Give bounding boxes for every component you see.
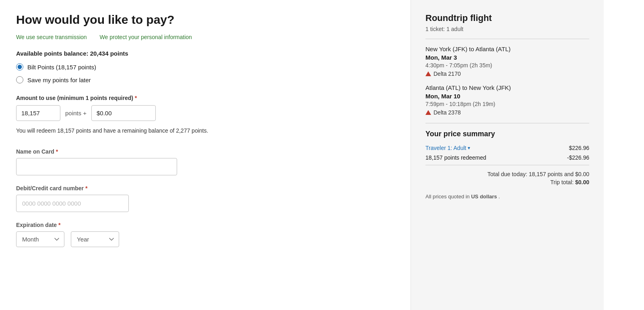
card-number-section: Debit/Credit card number *: [16, 185, 394, 212]
delta-icon-outbound: [425, 71, 431, 76]
payment-form-panel: How would you like to pay? We use secure…: [0, 0, 411, 310]
redemption-note: You will redeem 18,157 points and have a…: [16, 127, 394, 134]
dollar-input[interactable]: [91, 105, 156, 121]
ticket-info: 1 ticket: 1 adult: [425, 26, 589, 32]
month-select[interactable]: Month 010203 040506 070809 101112: [16, 231, 64, 247]
save-points-label: Save my points for later: [27, 77, 91, 83]
year-select[interactable]: Year 202520262027 202820292030: [71, 231, 119, 247]
security-links: We use secure transmission We protect yo…: [16, 34, 394, 40]
points-redeemed-label: 18,157 points redeemed: [425, 154, 486, 161]
traveler-label: Traveler 1: Adult: [425, 145, 466, 151]
amount-row: points +: [16, 105, 394, 121]
outbound-time: 4:30pm - 7:05pm (2h 35m): [425, 62, 589, 69]
secure-transmission-link[interactable]: We use secure transmission: [16, 34, 87, 40]
traveler-link[interactable]: Traveler 1: Adult ▾: [425, 145, 470, 151]
summary-title: Roundtrip flight: [425, 13, 589, 23]
card-number-label: Debit/Credit card number *: [16, 185, 394, 191]
delta-icon-return: [425, 110, 431, 115]
exp-required-star: *: [58, 222, 60, 228]
currency-note: All prices quoted in US dollars .: [425, 193, 589, 200]
booking-summary-panel: Roundtrip flight 1 ticket: 1 adult New Y…: [411, 0, 604, 310]
amount-label: Amount to use (minimum 1 points required…: [16, 95, 394, 101]
outbound-flight: New York (JFK) to Atlanta (ATL) Mon, Mar…: [425, 46, 589, 77]
card-required-star: *: [85, 185, 87, 191]
return-airline-label: Delta 2378: [433, 109, 461, 116]
expiration-row: Month 010203 040506 070809 101112 Year 2…: [16, 231, 394, 247]
points-suffix: points +: [65, 110, 87, 117]
outbound-airline: Delta 2170: [425, 71, 589, 77]
outbound-airline-label: Delta 2170: [433, 71, 461, 77]
currency-label: US dollars: [471, 193, 497, 200]
trip-total-line: Trip total: $0.00: [425, 179, 589, 185]
points-input[interactable]: [16, 105, 60, 121]
save-points-radio[interactable]: [16, 76, 23, 83]
return-airline: Delta 2378: [425, 109, 589, 116]
points-balance-label: Available points balance: 20,434 points: [16, 50, 394, 57]
name-required-star: *: [56, 148, 58, 155]
page-title: How would you like to pay?: [16, 13, 394, 27]
required-star: *: [135, 95, 137, 101]
total-section: Total due today: 18,157 points and $0.00…: [425, 165, 589, 185]
return-flight: Atlanta (ATL) to New York (JFK) Mon, Mar…: [425, 84, 589, 116]
privacy-link[interactable]: We protect your personal information: [100, 34, 192, 40]
traveler-price: $226.96: [569, 145, 589, 151]
expiration-section: Expiration date * Month 010203 040506 07…: [16, 222, 394, 247]
trip-total-value: $0.00: [575, 179, 589, 185]
divider-1: [425, 39, 589, 39]
save-points-option[interactable]: Save my points for later: [16, 76, 394, 83]
name-on-card-input[interactable]: [16, 158, 177, 175]
outbound-route: New York (JFK) to Atlanta (ATL): [425, 46, 589, 52]
return-route: Atlanta (ATL) to New York (JFK): [425, 84, 589, 91]
divider-2: [425, 123, 589, 123]
outbound-date: Mon, Mar 3: [425, 54, 589, 61]
payment-options: Bilt Points (18,157 points) Save my poin…: [16, 63, 394, 83]
trip-total-label: Trip total:: [550, 179, 574, 185]
amount-section: Amount to use (minimum 1 points required…: [16, 95, 394, 134]
card-number-input[interactable]: [16, 195, 129, 212]
bilt-points-label: Bilt Points (18,157 points): [27, 64, 96, 71]
return-date: Mon, Mar 10: [425, 93, 589, 100]
return-time: 7:59pm - 10:18pm (2h 19m): [425, 101, 589, 107]
name-on-card-section: Name on Card *: [16, 148, 394, 175]
points-redeemed-amount: -$226.96: [567, 154, 589, 161]
expiration-label: Expiration date *: [16, 222, 394, 228]
points-redeemed-row: 18,157 points redeemed -$226.96: [425, 154, 589, 161]
total-due-line: Total due today: 18,157 points and $0.00: [425, 171, 589, 177]
bilt-points-option[interactable]: Bilt Points (18,157 points): [16, 63, 394, 71]
chevron-down-icon: ▾: [468, 145, 470, 151]
name-label: Name on Card *: [16, 148, 394, 155]
price-summary-title: Your price summary: [425, 130, 589, 138]
traveler-row: Traveler 1: Adult ▾ $226.96: [425, 145, 589, 151]
bilt-points-radio[interactable]: [16, 63, 23, 71]
